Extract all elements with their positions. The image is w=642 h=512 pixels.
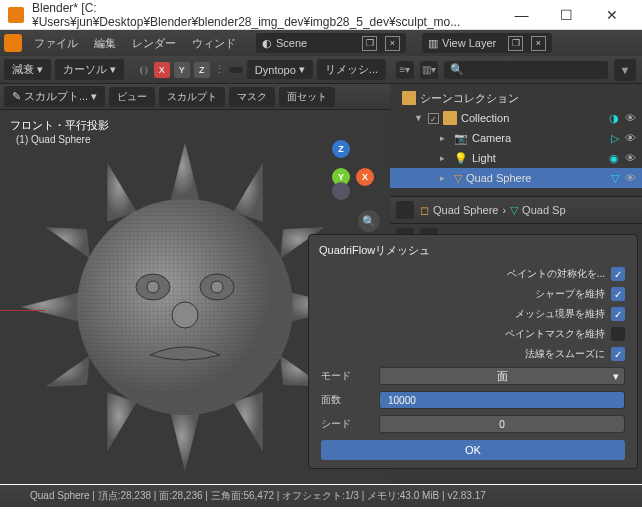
viewlayer-icon: ▥ — [428, 37, 438, 50]
menu-file[interactable]: ファイル — [30, 36, 82, 51]
panel-title: QuadriFlowリメッシュ — [311, 243, 635, 264]
svg-point-18 — [172, 302, 198, 328]
topbar: ファイル 編集 レンダー ウィンド ◐ Scene ❐ × ▥ View Lay… — [0, 30, 642, 56]
viewport-header: 減衰▾ カーソル▾ ⟬⟭ X Y Z ⋮ Dyntopo▾ リメッシ... — [0, 56, 390, 84]
cursor-dropdown[interactable]: カーソル▾ — [55, 59, 124, 80]
mirror-icon: ⟬⟭ — [138, 64, 150, 76]
exclude-icon[interactable]: ◑ — [609, 112, 619, 125]
data-icon: ▽ — [510, 204, 518, 217]
zoom-button[interactable]: 🔍 — [358, 210, 380, 232]
visibility-icon[interactable]: 👁 — [625, 112, 636, 125]
disclosure-icon[interactable]: ▸ — [440, 173, 450, 183]
select-icon[interactable]: ◉ — [609, 152, 619, 165]
close-button[interactable]: ✕ — [589, 0, 634, 30]
search-input[interactable]: 🔍 — [444, 61, 608, 79]
sharp-row: シャープを維持 ✓ — [311, 284, 635, 304]
quadriflow-panel: QuadriFlowリメッシュ ペイントの対称化を... ✓ シャープを維持 ✓… — [308, 234, 638, 469]
viewlayer-name: View Layer — [442, 37, 500, 49]
svg-point-17 — [211, 281, 223, 293]
x-axis-line — [0, 310, 45, 311]
menu-render[interactable]: レンダー — [128, 36, 180, 51]
mode-selector[interactable]: ✎スカルプト...▾ — [4, 86, 105, 107]
collection-icon — [402, 91, 416, 105]
mesh-icon: ▽ — [454, 172, 462, 185]
svg-marker-4 — [45, 227, 90, 259]
filter-button[interactable]: ▼ — [614, 59, 636, 81]
svg-marker-0 — [170, 142, 200, 202]
breadcrumb[interactable]: ◻ Quad Sphere › ▽ Quad Sp — [420, 204, 566, 217]
svg-marker-6 — [20, 292, 80, 322]
faces-input[interactable]: 10000 — [379, 391, 625, 409]
editor-type-icon[interactable]: ≡▾ — [396, 61, 414, 79]
remesh-dropdown[interactable]: リメッシ... — [317, 59, 386, 80]
sharp-checkbox[interactable]: ✓ — [611, 287, 625, 301]
mode-row: モード 面▾ — [311, 364, 635, 388]
axis-x-button[interactable]: X — [154, 62, 170, 78]
camera-icon: 📷 — [454, 132, 468, 145]
display-mode-icon[interactable]: ▥▾ — [420, 61, 438, 79]
axis-y-button[interactable]: Y — [174, 62, 190, 78]
mask-menu[interactable]: マスク — [229, 87, 275, 107]
collection-row[interactable]: ▼ Collection ◑👁 — [390, 108, 642, 128]
visibility-icon[interactable]: 👁 — [625, 132, 636, 145]
visibility-icon[interactable]: 👁 — [625, 172, 636, 185]
seed-row: シード 0 — [311, 412, 635, 436]
gizmo-z[interactable]: Z — [332, 140, 350, 158]
paintmask-row: ペイントマスクを維持 — [311, 324, 635, 344]
menu-window[interactable]: ウィンド — [188, 36, 240, 51]
svg-marker-8 — [45, 355, 90, 387]
minimize-button[interactable]: — — [499, 0, 544, 30]
viewlayer-new-icon[interactable]: × — [531, 36, 546, 51]
gizmo-x[interactable]: X — [356, 168, 374, 186]
view-menu[interactable]: ビュー — [109, 87, 155, 107]
nav-gizmo[interactable]: Z Y X — [314, 140, 374, 200]
viewlayer-copy-icon[interactable]: ❐ — [508, 36, 523, 51]
scene-icon: ◐ — [262, 37, 272, 50]
visibility-icon[interactable]: 👁 — [625, 152, 636, 165]
disclosure-icon[interactable]: ▼ — [414, 113, 424, 123]
status-bar: Quad Sphere | 頂点:28,238 | 面:28,236 | 三角面… — [0, 485, 642, 507]
viewlayer-selector[interactable]: ▥ View Layer ❐ × — [422, 33, 552, 53]
paintmask-checkbox[interactable] — [611, 327, 625, 341]
disclosure-icon[interactable]: ▸ — [440, 153, 450, 163]
collection-icon — [443, 111, 457, 125]
smooth-row: 法線をスムーズに ✓ — [311, 344, 635, 364]
scene-name: Scene — [276, 37, 354, 49]
sculpt-menu[interactable]: スカルプト — [159, 87, 225, 107]
menu-edit[interactable]: 編集 — [90, 36, 120, 51]
editor-type-icon[interactable] — [396, 201, 414, 219]
smooth-checkbox[interactable]: ✓ — [611, 347, 625, 361]
active-object-label: (1) Quad Sphere — [16, 134, 91, 145]
blender-icon — [8, 7, 24, 23]
viewport-header2: ✎スカルプト...▾ ビュー スカルプト マスク 面セット — [0, 84, 390, 110]
symmetrize-checkbox[interactable]: ✓ — [611, 267, 625, 281]
seed-input[interactable]: 0 — [379, 415, 625, 433]
dyntopo-dropdown[interactable]: Dyntopo▾ — [247, 60, 313, 79]
maximize-button[interactable]: ☐ — [544, 0, 589, 30]
scene-new-icon[interactable]: × — [385, 36, 400, 51]
symmetrize-row: ペイントの対称化を... ✓ — [311, 264, 635, 284]
svg-point-16 — [147, 281, 159, 293]
mode-select[interactable]: 面▾ — [379, 367, 625, 385]
falloff-dropdown[interactable]: 減衰▾ — [4, 59, 51, 80]
faceset-menu[interactable]: 面セット — [279, 87, 335, 107]
scene-selector[interactable]: ◐ Scene ❐ × — [256, 33, 406, 53]
select-icon[interactable]: ▽ — [611, 172, 619, 185]
axis-z-button[interactable]: Z — [194, 62, 210, 78]
scene-collection-row[interactable]: シーンコレクション — [390, 88, 642, 108]
boundary-row: メッシュ境界を維持 ✓ — [311, 304, 635, 324]
scene-copy-icon[interactable]: ❐ — [362, 36, 377, 51]
light-row[interactable]: ▸ 💡 Light ◉👁 — [390, 148, 642, 168]
collection-checkbox[interactable] — [428, 113, 439, 124]
options-icon[interactable]: ⋮ — [214, 63, 225, 76]
camera-row[interactable]: ▸ 📷 Camera ▷👁 — [390, 128, 642, 148]
disclosure-icon[interactable]: ▸ — [440, 133, 450, 143]
app-icon[interactable] — [4, 34, 22, 52]
gizmo-neg[interactable] — [332, 182, 350, 200]
dyntopo-checkbox[interactable] — [229, 67, 243, 73]
quadsphere-row[interactable]: ▸ ▽ Quad Sphere ▽👁 — [390, 168, 642, 188]
faces-row: 面数 10000 — [311, 388, 635, 412]
ok-button[interactable]: OK — [321, 440, 625, 460]
select-icon[interactable]: ▷ — [611, 132, 619, 145]
boundary-checkbox[interactable]: ✓ — [611, 307, 625, 321]
